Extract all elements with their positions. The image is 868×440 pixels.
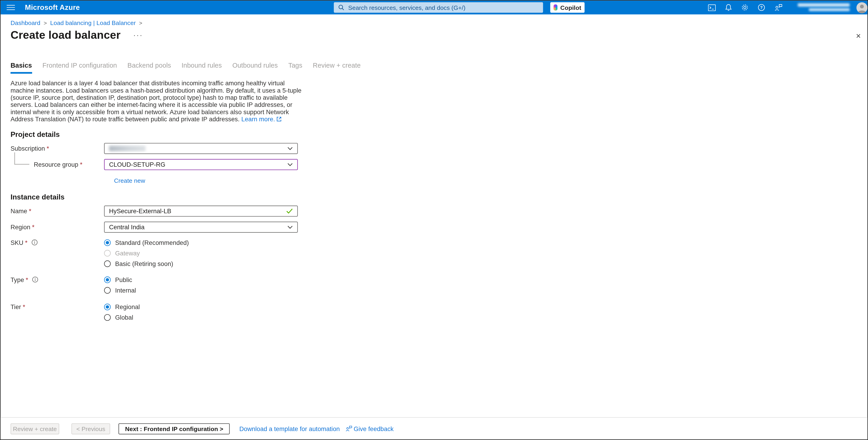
- radio-disabled-icon: [104, 250, 111, 256]
- resource-group-dropdown[interactable]: CLOUD-SETUP-RG: [104, 159, 298, 170]
- tab-backend-pools[interactable]: Backend pools: [127, 61, 171, 74]
- type-label: Type*: [0, 276, 104, 283]
- tier-options: Regional Global: [104, 303, 140, 321]
- learn-more-link[interactable]: Learn more.: [241, 116, 275, 122]
- copilot-button[interactable]: Copilot: [550, 2, 585, 13]
- breadcrumb-separator: >: [139, 20, 142, 26]
- tab-basics[interactable]: Basics: [10, 61, 32, 74]
- required-asterisk: *: [29, 207, 31, 214]
- chevron-down-icon: [287, 225, 293, 228]
- subscription-row: Subscription*: [0, 143, 867, 154]
- valid-check-icon: [286, 208, 293, 213]
- menu-icon[interactable]: [7, 5, 15, 10]
- account-info-redacted[interactable]: [798, 3, 850, 11]
- tab-review-create[interactable]: Review + create: [313, 61, 361, 74]
- more-menu-icon[interactable]: ···: [133, 31, 143, 39]
- azure-portal-window: Microsoft Azure Search resources, servic…: [0, 0, 868, 440]
- azure-brand[interactable]: Microsoft Azure: [25, 3, 80, 11]
- info-icon[interactable]: [32, 276, 38, 283]
- region-value: Central India: [109, 224, 145, 230]
- radio-icon: [104, 287, 111, 293]
- info-icon[interactable]: [31, 239, 37, 245]
- sku-row: SKU* Standard (Recommended) Gateway Basi…: [0, 239, 867, 267]
- instance-details-heading: Instance details: [10, 193, 868, 201]
- radio-tier-regional[interactable]: Regional: [104, 303, 140, 310]
- breadcrumb-load-balancing[interactable]: Load balancing | Load Balancer: [50, 20, 135, 26]
- cloud-shell-icon[interactable]: [708, 4, 716, 11]
- page-title: Create load balancer: [10, 29, 121, 42]
- top-bar: Microsoft Azure Search resources, servic…: [0, 0, 867, 14]
- copilot-icon: [554, 4, 557, 10]
- topbar-icon-group: ?: [708, 0, 782, 14]
- name-value: HySecure-External-LB: [109, 207, 172, 214]
- search-icon: [338, 4, 344, 10]
- feedback-icon[interactable]: [775, 4, 782, 11]
- name-label: Name*: [0, 207, 104, 214]
- give-feedback-link[interactable]: Give feedback: [345, 425, 394, 432]
- account-tenant-redacted: [809, 8, 850, 11]
- chevron-down-icon: [287, 147, 293, 150]
- title-row: Create load balancer ···: [10, 29, 868, 42]
- intro-text: Azure load balancer is a layer 4 load ba…: [10, 80, 310, 123]
- resource-group-value: CLOUD-SETUP-RG: [109, 161, 165, 168]
- close-icon[interactable]: ×: [856, 32, 861, 40]
- radio-sku-gateway[interactable]: Gateway: [104, 250, 189, 256]
- tab-inbound-rules[interactable]: Inbound rules: [182, 61, 222, 74]
- breadcrumb-separator: >: [43, 20, 47, 26]
- tier-row: Tier* Regional Global: [0, 303, 867, 321]
- breadcrumb: Dashboard > Load balancing | Load Balanc…: [10, 20, 868, 26]
- wizard-footer: Review + create < Previous Next : Fronte…: [0, 417, 867, 440]
- wizard-tabs: Basics Frontend IP configuration Backend…: [10, 61, 868, 74]
- external-link-icon: [276, 116, 282, 122]
- create-new-link[interactable]: Create new: [114, 177, 145, 184]
- avatar[interactable]: [856, 2, 867, 13]
- radio-selected-icon: [104, 303, 111, 310]
- required-asterisk: *: [26, 276, 28, 283]
- tab-tags[interactable]: Tags: [288, 61, 302, 74]
- subscription-value-redacted: [109, 145, 146, 151]
- give-feedback-label: Give feedback: [354, 425, 394, 432]
- tab-frontend-ip-configuration[interactable]: Frontend IP configuration: [42, 61, 117, 74]
- sku-label: SKU*: [0, 239, 104, 246]
- search-placeholder: Search resources, services, and docs (G+…: [348, 4, 465, 11]
- copilot-label: Copilot: [560, 4, 581, 11]
- radio-sku-standard[interactable]: Standard (Recommended): [104, 239, 189, 246]
- radio-selected-icon: [104, 239, 111, 246]
- tab-outbound-rules[interactable]: Outbound rules: [232, 61, 278, 74]
- account-name-redacted: [798, 3, 850, 6]
- name-input[interactable]: HySecure-External-LB: [104, 205, 298, 216]
- radio-type-public[interactable]: Public: [104, 276, 136, 283]
- notifications-icon[interactable]: [725, 4, 732, 11]
- region-label: Region*: [0, 224, 104, 230]
- subscription-tree-connector: [14, 152, 29, 164]
- type-row: Type* Public Internal: [0, 276, 867, 293]
- radio-icon: [104, 260, 111, 267]
- radio-type-internal[interactable]: Internal: [104, 287, 136, 293]
- region-dropdown[interactable]: Central India: [104, 221, 298, 232]
- sku-options: Standard (Recommended) Gateway Basic (Re…: [104, 239, 189, 267]
- instance-details-form: Name* HySecure-External-LB Region* Centr…: [0, 205, 867, 321]
- feedback-icon: [345, 426, 352, 432]
- subscription-dropdown[interactable]: [104, 143, 298, 154]
- download-template-link[interactable]: Download a template for automation: [239, 425, 340, 432]
- subscription-label: Subscription*: [0, 145, 104, 152]
- project-details-form: Subscription* Resource group* CLOUD-SETU…: [0, 143, 867, 185]
- global-search-input[interactable]: Search resources, services, and docs (G+…: [334, 2, 543, 13]
- radio-sku-basic[interactable]: Basic (Retiring soon): [104, 260, 189, 267]
- radio-tier-global[interactable]: Global: [104, 314, 140, 321]
- radio-selected-icon: [104, 276, 111, 283]
- settings-gear-icon[interactable]: [741, 4, 748, 11]
- required-asterisk: *: [23, 303, 25, 310]
- help-icon[interactable]: ?: [758, 4, 765, 11]
- breadcrumb-dashboard[interactable]: Dashboard: [10, 20, 40, 26]
- next-frontend-ip-button[interactable]: Next : Frontend IP configuration >: [118, 423, 230, 434]
- project-details-heading: Project details: [10, 130, 868, 138]
- radio-icon: [104, 314, 111, 321]
- previous-button[interactable]: < Previous: [71, 423, 110, 434]
- resource-group-row: Resource group* CLOUD-SETUP-RG: [0, 159, 867, 170]
- required-asterisk: *: [32, 224, 35, 230]
- required-asterisk: *: [46, 145, 49, 152]
- region-row: Region* Central India: [0, 221, 867, 232]
- required-asterisk: *: [25, 239, 28, 246]
- review-create-button[interactable]: Review + create: [10, 423, 59, 434]
